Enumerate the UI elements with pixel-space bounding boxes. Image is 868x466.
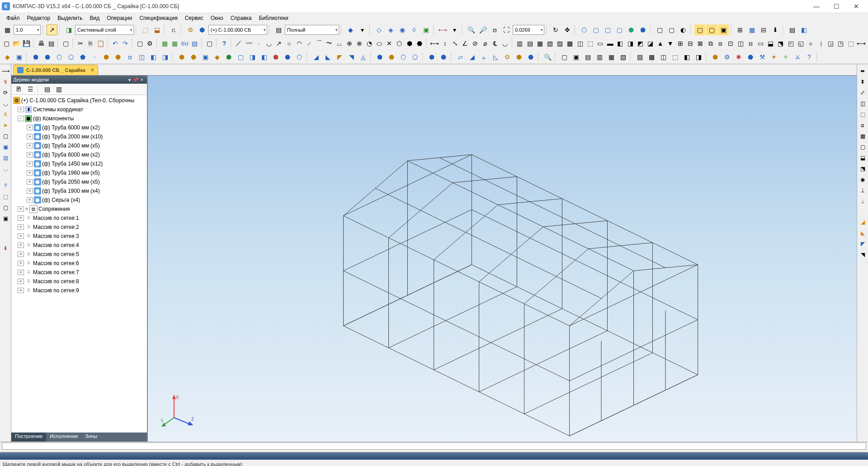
sel1-icon[interactable]: ▢ — [694, 24, 705, 35]
d5-icon[interactable]: ⊘ — [471, 38, 480, 49]
s3-icon[interactable]: ⌒ — [315, 38, 324, 49]
sel2-icon[interactable]: ▢ — [706, 24, 717, 35]
t10-icon[interactable]: ▬ — [606, 38, 615, 49]
panel-menu-icon[interactable]: ▾ — [126, 77, 132, 82]
panel-close-icon[interactable]: × — [139, 77, 145, 82]
s12-icon[interactable]: ⬢ — [405, 38, 414, 49]
op30-icon[interactable]: ⬣ — [438, 52, 449, 62]
rt15-icon[interactable]: ◣ — [858, 228, 868, 238]
t17-icon[interactable]: ⊞ — [676, 38, 685, 49]
rt10-icon[interactable]: ⬔ — [858, 164, 868, 174]
rotate-icon[interactable]: ↻ — [550, 24, 561, 35]
v7-icon[interactable]: ▨ — [634, 52, 645, 62]
help-icon[interactable]: ? — [220, 38, 229, 49]
op4-icon[interactable]: ⬣ — [113, 52, 123, 62]
lib6-icon[interactable]: ✦ — [769, 52, 779, 62]
grid-icon[interactable]: ▦ — [2, 24, 13, 35]
t30-icon[interactable]: ⟐ — [806, 38, 815, 49]
section-icon[interactable]: ⬚ — [140, 24, 151, 35]
rt9-icon[interactable]: ⬓ — [858, 153, 868, 163]
maximize-button[interactable]: ☐ — [826, 0, 846, 13]
persp-icon[interactable]: ▣ — [420, 24, 431, 35]
s6-icon[interactable]: ⊕ — [344, 38, 354, 49]
nohidden-icon[interactable]: ◉ — [397, 24, 408, 35]
dd2-icon[interactable]: ▾ — [449, 24, 460, 35]
menu-file[interactable]: Файл — [3, 14, 24, 23]
t11-icon[interactable]: ◧ — [616, 38, 625, 49]
op28-icon[interactable]: ⬠ — [410, 52, 420, 62]
panel-pin-icon[interactable]: 📌 — [132, 77, 139, 82]
zoom-out-icon[interactable]: 🔎 — [477, 24, 488, 35]
assembly-icon[interactable]: ⚙ — [185, 24, 196, 35]
expand-icon[interactable]: + — [27, 143, 33, 148]
expand-icon[interactable]: + — [18, 215, 24, 221]
tree-array[interactable]: +⠿Массив по сетке:3 — [11, 232, 147, 241]
lt15-icon[interactable]: ⬇ — [0, 243, 10, 253]
sweep-icon[interactable]: ⬡ — [54, 52, 65, 62]
lib7-icon[interactable]: ✧ — [780, 52, 791, 62]
pg-icon[interactable]: ▢ — [61, 38, 71, 49]
assy-combo[interactable]: (+) С-1.00.000 СБ — [208, 25, 267, 35]
s13-icon[interactable]: ⬣ — [415, 38, 424, 49]
op2-icon[interactable]: ⬞ — [89, 52, 100, 62]
op38-icon[interactable]: 🔍 — [542, 52, 553, 62]
tree-array[interactable]: +⠿Массив по сетке:5 — [11, 250, 147, 259]
op25-icon[interactable]: ⬢ — [374, 52, 385, 62]
fx-icon[interactable]: f(x) — [180, 38, 189, 49]
op12-icon[interactable]: ◆ — [212, 52, 222, 62]
zoom-combo[interactable]: 0.0269 — [513, 25, 544, 35]
op37-icon[interactable]: ⬣ — [525, 52, 536, 62]
tree-part[interactable]: +⬣(ф) Серьга (x4) — [11, 195, 147, 204]
vc3-icon[interactable]: ▢ — [654, 24, 665, 35]
op7-icon[interactable]: ◧ — [148, 52, 159, 62]
t34-icon[interactable]: ⬚ — [846, 38, 855, 49]
s5-icon[interactable]: ⌓ — [335, 38, 344, 49]
paste-icon[interactable]: 📋 — [96, 38, 105, 49]
vc5-icon[interactable]: ◐ — [678, 24, 689, 35]
zoom-fit-icon[interactable]: ⛶ — [501, 24, 512, 35]
view-cube-icon[interactable]: ⬢ — [626, 24, 637, 35]
expand-icon[interactable]: + — [27, 170, 33, 176]
menu-operations[interactable]: Операции — [103, 14, 136, 23]
help2-icon[interactable]: ? — [804, 52, 815, 62]
tab-build[interactable]: Построение — [11, 433, 46, 442]
circle-icon[interactable]: ○ — [284, 38, 293, 49]
t8-icon[interactable]: ⬚ — [585, 38, 594, 49]
tree-collapse-icon[interactable]: ▥ — [53, 84, 64, 95]
zoom-in-icon[interactable]: 🔍 — [466, 24, 476, 35]
tree-array[interactable]: +⠿Массив по сетке:1 — [11, 214, 147, 223]
expand-icon[interactable]: + — [18, 243, 24, 248]
lt7-icon[interactable]: ▢ — [0, 131, 10, 141]
revolve-icon[interactable]: ⬣ — [42, 52, 53, 62]
open-icon[interactable]: 📂 — [12, 38, 21, 49]
tab-exec[interactable]: Исполнения — [46, 433, 81, 442]
s9-icon[interactable]: ⬭ — [375, 38, 384, 49]
expand-icon[interactable]: + — [18, 252, 24, 257]
lt1-icon[interactable]: ⟶ — [0, 66, 10, 76]
v9-icon[interactable]: ◫ — [658, 52, 669, 62]
lt11-icon[interactable]: ? — [0, 181, 10, 191]
op17-icon[interactable]: ⬢ — [270, 52, 281, 62]
top-icon[interactable]: ▢ — [602, 24, 613, 35]
lib2-icon[interactable]: ⚙ — [722, 52, 732, 62]
detail-icon[interactable]: ▤ — [273, 24, 284, 35]
t16-icon[interactable]: ▼ — [666, 38, 675, 49]
t33-icon[interactable]: ◳ — [836, 38, 845, 49]
m5-icon[interactable]: ▤ — [787, 24, 797, 35]
ray-icon[interactable]: ↗ — [274, 38, 283, 49]
menu-window[interactable]: Окно — [207, 14, 227, 23]
lt13-icon[interactable]: ▢ — [0, 203, 10, 213]
tree-part[interactable]: +⬣(ф) Труба 1450 мм (x12) — [11, 159, 147, 168]
op8-icon[interactable]: ◨ — [160, 52, 170, 62]
s1-icon[interactable]: ◠ — [295, 38, 304, 49]
op10-icon[interactable]: ⬣ — [188, 52, 199, 62]
t3-icon[interactable]: ▦ — [535, 38, 544, 49]
t5-icon[interactable]: ▨ — [556, 38, 565, 49]
right-icon[interactable]: ▢ — [614, 24, 625, 35]
lib3-icon[interactable]: ✱ — [733, 52, 744, 62]
op16-icon[interactable]: ◧ — [259, 52, 269, 62]
t28-icon[interactable]: ◰ — [786, 38, 795, 49]
tree-part[interactable]: +⬣(ф) Труба 1900 мм (x4) — [11, 186, 147, 195]
v3-icon[interactable]: ▤ — [582, 52, 593, 62]
tree-coord[interactable]: + ⬍ Системы координат — [11, 105, 147, 114]
